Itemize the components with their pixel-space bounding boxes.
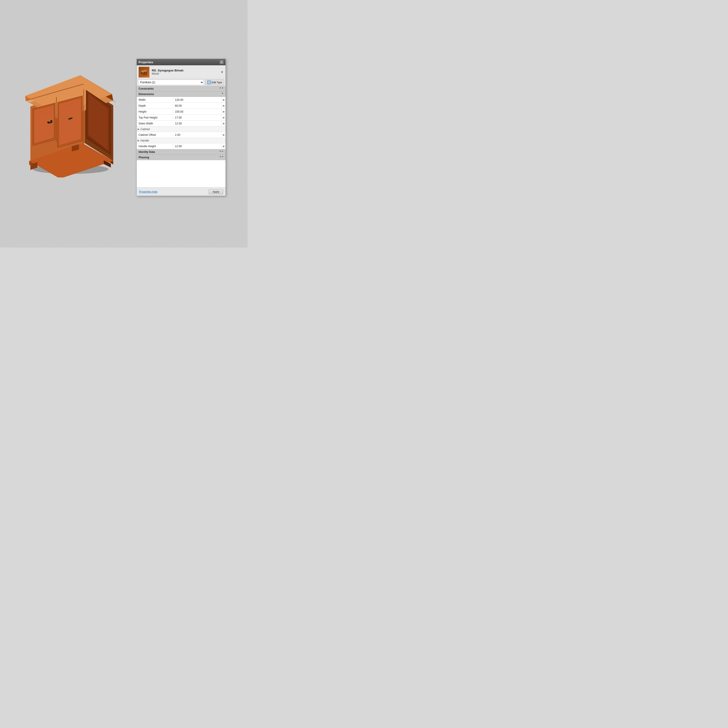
prop-edit-height[interactable]: ▣ xyxy=(221,109,225,115)
prop-value-top-part-height[interactable]: 17.00 xyxy=(173,116,221,119)
edit-type-icon xyxy=(207,81,211,84)
category-select[interactable]: Furniture (1) xyxy=(138,80,204,85)
element-info: RD_Synagogue Bimah Wood xyxy=(152,69,218,75)
phasing-collapse-icons: ⌃⌃ xyxy=(219,156,223,159)
edit-type-svg xyxy=(207,81,211,84)
prop-row-depth: Depth 60.00 ▣ xyxy=(137,103,225,109)
prop-value-sides-width[interactable]: 12.00 xyxy=(173,122,221,125)
prop-edit-top-part-height[interactable]: ▣ xyxy=(221,115,225,120)
prop-row-height: Height 100.00 ▣ xyxy=(137,109,225,115)
panel-titlebar: Properties × xyxy=(137,59,225,65)
prop-row-sides-width: Sides Width 12.00 ▣ xyxy=(137,121,225,127)
prop-value-cabinet-offset[interactable]: 2.00 xyxy=(173,133,221,136)
edit-type-button[interactable]: Edit Type xyxy=(205,80,224,85)
prop-row-handle-height: Handle Height 12.00 ▣ xyxy=(137,143,225,149)
svg-rect-49 xyxy=(209,81,210,82)
svg-point-46 xyxy=(144,72,145,73)
prop-group-cabinet[interactable]: ▶ Cabinet xyxy=(137,127,225,132)
section-dimensions[interactable]: Dimensions ⌃ xyxy=(137,92,225,97)
element-icon xyxy=(139,67,150,78)
section-identity-data[interactable]: Identity Data ⌃⌃ xyxy=(137,149,225,155)
section-identity-data-label: Identity Data xyxy=(139,150,155,154)
prop-group-handle[interactable]: ▶ Handle xyxy=(137,138,225,143)
prop-label-depth: Depth xyxy=(137,104,173,107)
prop-edit-depth[interactable]: ▣ xyxy=(221,103,225,109)
prop-label-cabinet-offset: Cabinet Offset xyxy=(137,133,173,136)
svg-marker-19 xyxy=(59,97,81,145)
dimensions-collapse-icon: ⌃ xyxy=(221,93,223,96)
identity-collapse-icons: ⌃⌃ xyxy=(219,150,223,154)
element-icon-svg xyxy=(139,68,148,76)
prop-label-handle-height: Handle Height xyxy=(137,145,173,148)
handle-group-arrow: ▶ xyxy=(138,139,139,142)
panel-header: RD_Synagogue Bimah Wood ▼ xyxy=(137,65,225,79)
prop-value-height[interactable]: 100.00 xyxy=(173,110,221,113)
empty-space xyxy=(137,160,225,187)
svg-point-45 xyxy=(142,73,143,73)
apply-button[interactable]: Apply xyxy=(209,189,223,194)
prop-label-sides-width: Sides Width xyxy=(137,122,173,125)
section-phasing[interactable]: Phasing ⌃⌃ xyxy=(137,155,225,160)
prop-label-height: Height xyxy=(137,110,173,113)
prop-edit-width[interactable]: ▣ xyxy=(221,97,225,102)
close-button[interactable]: × xyxy=(220,60,223,64)
prop-group-cabinet-label: Cabinet xyxy=(141,128,150,131)
prop-value-width[interactable]: 120.00 xyxy=(173,98,221,101)
svg-marker-17 xyxy=(34,105,54,144)
prop-row-width: Width 120.00 ▣ xyxy=(137,97,225,103)
properties-panel: Properties × RD_Synagogue Bimah Wood ▼ F… xyxy=(136,59,226,196)
furniture-svg xyxy=(11,59,125,177)
prop-label-width: Width xyxy=(137,98,173,101)
svg-rect-48 xyxy=(208,81,209,82)
section-constraints-label: Constraints xyxy=(139,87,154,90)
prop-edit-handle-height[interactable]: ▣ xyxy=(221,143,225,149)
panel-bottom: Properties help Apply xyxy=(137,187,225,196)
panel-content: Constraints ⌃⌃ Dimensions ⌃ Width 120.00… xyxy=(137,86,225,187)
prop-group-handle-label: Handle xyxy=(141,139,149,142)
element-name: RD_Synagogue Bimah xyxy=(152,69,218,72)
section-constraints[interactable]: Constraints ⌃⌃ xyxy=(137,86,225,92)
prop-value-depth[interactable]: 60.00 xyxy=(173,104,221,107)
prop-row-top-part-height: Top Part Height 17.00 ▣ xyxy=(137,115,225,121)
prop-edit-sides-width[interactable]: ▣ xyxy=(221,121,225,126)
prop-edit-cabinet-offset[interactable]: ▣ xyxy=(221,132,225,138)
category-row: Furniture (1) Edit Type xyxy=(137,79,225,86)
constraints-collapse-icons: ⌃⌃ xyxy=(219,87,223,90)
section-dimensions-label: Dimensions xyxy=(139,93,154,96)
panel-title: Properties xyxy=(139,61,153,64)
element-type: Wood xyxy=(152,72,218,75)
properties-help-link[interactable]: Properties help xyxy=(139,190,158,193)
furniture-illustration xyxy=(11,59,125,177)
prop-row-cabinet-offset: Cabinet Offset 2.00 ▣ xyxy=(137,132,225,138)
section-phasing-label: Phasing xyxy=(139,156,149,159)
svg-rect-50 xyxy=(208,83,209,84)
cabinet-group-arrow: ▶ xyxy=(138,128,139,130)
prop-label-top-part-height: Top Part Height xyxy=(137,116,173,119)
edit-type-label: Edit Type xyxy=(211,81,222,84)
header-dropdown-arrow[interactable]: ▼ xyxy=(220,70,223,74)
prop-value-handle-height[interactable]: 12.00 xyxy=(173,145,221,148)
svg-rect-51 xyxy=(209,83,210,84)
